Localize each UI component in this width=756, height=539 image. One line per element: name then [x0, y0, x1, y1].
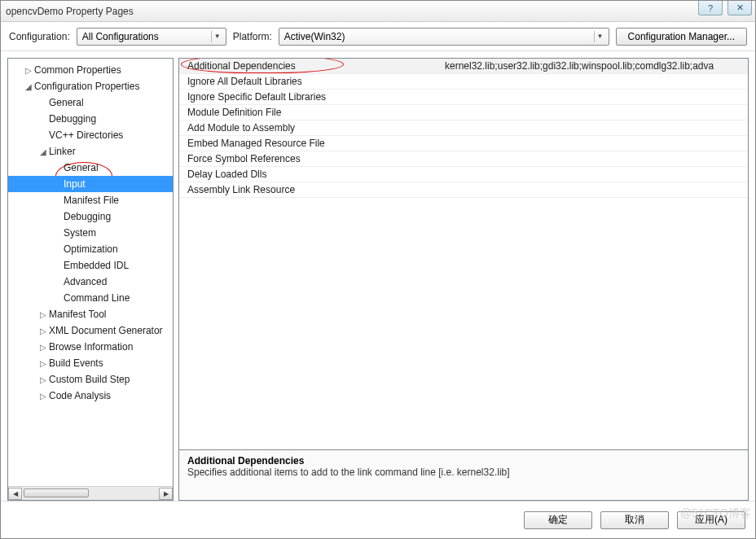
scroll-left-icon[interactable]: ◀ [8, 488, 22, 500]
apply-button[interactable]: 应用(A) [677, 511, 745, 529]
grid-property-name: Ignore Specific Default Libraries [179, 91, 440, 103]
tree-item-code-analysis[interactable]: ▷Code Analysis [8, 388, 173, 404]
tree-item-xml-document-generator[interactable]: ▷XML Document Generator [8, 322, 173, 339]
platform-label: Platform: [233, 31, 272, 42]
tree-item-label: Input [64, 178, 86, 190]
tree-item-label: Code Analysis [49, 390, 111, 401]
tree-item-browse-information[interactable]: ▷Browse Information [8, 339, 173, 355]
tree-item-label: Linker [49, 146, 76, 157]
tree-item-debugging[interactable]: Debugging [8, 111, 173, 127]
configuration-value: All Configurations [82, 31, 159, 42]
tree-item-input[interactable]: Input [8, 176, 173, 192]
expander-icon[interactable]: ▷ [37, 326, 49, 335]
help-button[interactable]: ? [698, 1, 723, 15]
grid-property-name: Assembly Link Resource [179, 184, 440, 195]
chevron-down-icon: ▼ [211, 31, 223, 42]
tree-item-label: Debugging [64, 211, 111, 222]
scroll-right-icon[interactable]: ▶ [159, 488, 173, 500]
tree-item-label: System [64, 227, 96, 239]
tree-item-label: General [64, 162, 99, 173]
tree-item-label: Configuration Properties [34, 81, 139, 92]
tree-scrollbar-horizontal[interactable]: ◀ ▶ [8, 486, 173, 500]
tree-item-label: General [49, 97, 84, 108]
tree-item-label: VC++ Directories [49, 129, 123, 141]
grid-property-name: Force Symbol References [179, 153, 440, 164]
expander-icon[interactable]: ◢ [23, 82, 34, 91]
tree-item-vc-directories[interactable]: VC++ Directories [8, 127, 173, 143]
window-title: opencvDemo Property Pages [6, 6, 134, 17]
tree-item-label: Custom Build Step [49, 374, 130, 385]
platform-value: Active(Win32) [284, 31, 345, 42]
scroll-thumb[interactable] [24, 489, 89, 497]
tree-item-label: Debugging [49, 113, 96, 125]
grid-property-name: Embed Managed Resource File [179, 138, 440, 149]
tree-item-system[interactable]: System [8, 225, 173, 241]
tree-item-label: Optimization [64, 243, 118, 255]
expander-icon[interactable]: ▷ [37, 359, 49, 368]
grid-property-value[interactable]: kernel32.lib;user32.lib;gdi32.lib;winspo… [440, 60, 748, 72]
grid-property-name: Delay Loaded Dlls [179, 169, 440, 180]
grid-property-name: Ignore All Default Libraries [179, 76, 440, 87]
dialog-footer: 确定 取消 应用(A) [1, 501, 755, 538]
tree-item-label: Browse Information [49, 341, 133, 353]
tree-item-debugging[interactable]: Debugging [8, 208, 173, 225]
tree-item-manifest-file[interactable]: Manifest File [8, 192, 173, 208]
tree-item-label: Manifest Tool [49, 309, 106, 320]
grid-property-name: Module Definition File [179, 107, 440, 118]
tree-item-general[interactable]: General [8, 94, 173, 111]
tree-item-custom-build-step[interactable]: ▷Custom Build Step [8, 371, 173, 388]
configuration-combo[interactable]: All Configurations ▼ [77, 28, 226, 46]
cancel-button[interactable]: 取消 [600, 511, 669, 529]
tree-item-label: Common Properties [34, 64, 121, 76]
grid-property-name: Additional Dependencies [179, 60, 440, 72]
expander-icon[interactable]: ▷ [37, 392, 49, 401]
tree-item-build-events[interactable]: ▷Build Events [8, 355, 173, 371]
grid-row[interactable]: Module Definition File [179, 105, 748, 121]
property-tree[interactable]: ▷Common Properties◢Configuration Propert… [8, 59, 173, 486]
tree-item-advanced[interactable]: Advanced [8, 274, 173, 290]
description-text: Specifies additional items to add to the… [187, 467, 740, 478]
tree-item-common-properties[interactable]: ▷Common Properties [8, 62, 173, 78]
scroll-track[interactable] [22, 488, 159, 500]
tree-item-label: Build Events [49, 357, 103, 369]
grid-row[interactable]: Additional Dependencieskernel32.lib;user… [179, 59, 748, 74]
expander-icon[interactable]: ◢ [37, 147, 49, 156]
grid-row[interactable]: Assembly Link Resource [179, 182, 748, 198]
grid-property-name: Add Module to Assembly [179, 122, 440, 134]
tree-item-optimization[interactable]: Optimization [8, 241, 173, 257]
grid-row[interactable]: Force Symbol References [179, 151, 748, 167]
description-title: Additional Dependencies [187, 455, 740, 467]
configuration-manager-button[interactable]: Configuration Manager... [616, 28, 747, 46]
tree-item-label: Manifest File [64, 195, 119, 206]
tree-item-label: XML Document Generator [49, 325, 163, 336]
property-grid[interactable]: Additional Dependencieskernel32.lib;user… [178, 58, 749, 450]
ok-button[interactable]: 确定 [524, 511, 592, 529]
tree-item-linker[interactable]: ◢Linker [8, 143, 173, 160]
configuration-label: Configuration: [9, 31, 70, 42]
titlebar: opencvDemo Property Pages ? ✕ [1, 1, 755, 22]
grid-row[interactable]: Ignore Specific Default Libraries [179, 90, 748, 105]
tree-item-label: Command Line [64, 292, 130, 304]
tree-item-general[interactable]: General [8, 160, 173, 176]
tree-item-embedded-idl[interactable]: Embedded IDL [8, 257, 173, 274]
grid-row[interactable]: Add Module to Assembly [179, 121, 748, 136]
platform-combo[interactable]: Active(Win32) ▼ [279, 28, 609, 46]
tree-item-manifest-tool[interactable]: ▷Manifest Tool [8, 306, 173, 322]
description-panel: Additional Dependencies Specifies additi… [178, 450, 749, 501]
expander-icon[interactable]: ▷ [37, 310, 49, 319]
tree-item-label: Embedded IDL [64, 260, 129, 271]
configuration-toolbar: Configuration: All Configurations ▼ Plat… [1, 22, 755, 51]
grid-row[interactable]: Ignore All Default Libraries [179, 74, 748, 90]
tree-panel: ▷Common Properties◢Configuration Propert… [7, 58, 174, 501]
expander-icon[interactable]: ▷ [23, 66, 34, 75]
grid-row[interactable]: Embed Managed Resource File [179, 136, 748, 151]
grid-row[interactable]: Delay Loaded Dlls [179, 167, 748, 182]
tree-item-configuration-properties[interactable]: ◢Configuration Properties [8, 78, 173, 94]
expander-icon[interactable]: ▷ [37, 343, 49, 352]
close-button[interactable]: ✕ [727, 1, 752, 15]
tree-item-label: Advanced [64, 276, 107, 287]
tree-item-command-line[interactable]: Command Line [8, 290, 173, 306]
expander-icon[interactable]: ▷ [37, 375, 49, 384]
chevron-down-icon: ▼ [594, 31, 606, 42]
